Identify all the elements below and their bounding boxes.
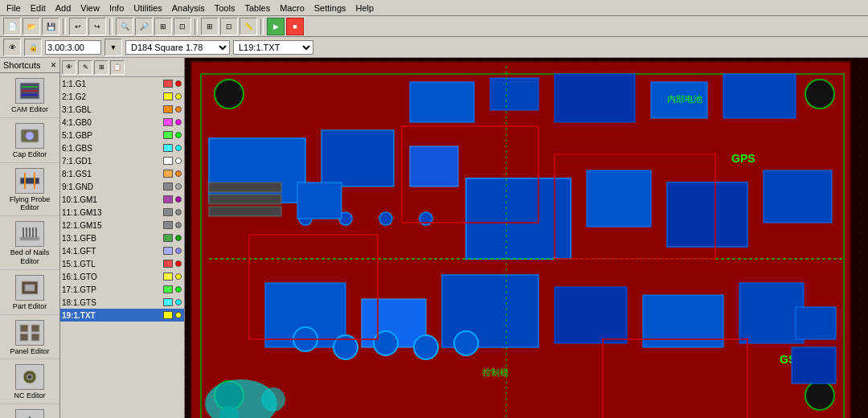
menu-add[interactable]: Add <box>51 2 76 14</box>
layer-row-16[interactable]: 16:1.GTO <box>60 270 184 283</box>
flying-probe-label: Flying Probe Editor <box>2 195 58 213</box>
menu-file[interactable]: File <box>2 2 26 14</box>
svg-rect-40 <box>667 182 747 247</box>
menu-utilities[interactable]: Utilities <box>129 2 166 14</box>
open-button[interactable]: 📂 <box>23 18 40 35</box>
layers-panel: 👁 ✎ ⊞ 📋 1:1.G12:1.G23:1.GBL4:1.GB05:1.GB… <box>60 58 185 418</box>
svg-rect-79 <box>209 207 281 216</box>
coord-dropdown[interactable]: ▼ <box>104 39 122 56</box>
layer-color-swatch <box>163 208 173 216</box>
menu-analysis[interactable]: Analysis <box>167 2 210 14</box>
layer-row-19[interactable]: 19:1.TXT <box>60 309 184 322</box>
coord-input[interactable] <box>45 40 101 55</box>
svg-rect-78 <box>209 195 281 204</box>
layer-dot <box>175 145 182 151</box>
layer-color-swatch <box>163 118 173 126</box>
symbol-editor-icon <box>15 409 44 418</box>
layer-name: 3:1.GBL <box>62 105 162 114</box>
svg-rect-20 <box>31 334 39 341</box>
flying-probe-icon <box>15 168 44 194</box>
shortcut-symbol-editor[interactable]: Symbol Editor <box>0 404 59 418</box>
layer-row-15[interactable]: 15:1.GTL <box>60 257 184 270</box>
layer-row-18[interactable]: 18:1.GTS <box>60 296 184 309</box>
zoom-out-button[interactable]: 🔎 <box>135 18 153 35</box>
layer-name: 9:1.GND <box>62 182 162 191</box>
snap-button[interactable]: ⊡ <box>220 18 238 35</box>
layer-row-14[interactable]: 14:1.GFT <box>60 244 184 257</box>
pcb-view[interactable]: GPS GSM 内部电池 控制模 <box>185 58 868 418</box>
menu-tables[interactable]: Tables <box>240 2 275 14</box>
layer-vis-button[interactable]: 👁 <box>3 39 21 56</box>
svg-point-55 <box>414 335 438 359</box>
layer-row-1[interactable]: 1:1.G1 <box>60 77 184 90</box>
shortcut-panel-editor[interactable]: Panel Editor <box>0 315 59 360</box>
layer-row-17[interactable]: 17:1.GTP <box>60 283 184 296</box>
layer-row-12[interactable]: 12:1.GM15 <box>60 219 184 232</box>
layers-btn-2[interactable]: ✎ <box>78 60 92 75</box>
layer-row-10[interactable]: 10:1.GM1 <box>60 193 184 206</box>
layer-row-8[interactable]: 8:1.GS1 <box>60 167 184 180</box>
cam-editor-icon <box>15 78 44 104</box>
layer-row-5[interactable]: 5:1.GBP <box>60 129 184 141</box>
layer-dot <box>175 248 182 254</box>
layer-color-swatch <box>163 285 173 293</box>
menu-macro[interactable]: Macro <box>275 2 309 14</box>
menu-view[interactable]: View <box>76 2 104 14</box>
zoom-area-button[interactable]: ⊡ <box>174 18 191 35</box>
svg-text:GPS: GPS <box>731 152 755 165</box>
cap-editor-label: Cap Editor <box>13 150 47 159</box>
shortcuts-close[interactable]: × <box>51 59 56 71</box>
svg-point-72 <box>261 387 285 412</box>
layer-name: 13:1.GFB <box>62 234 162 243</box>
layer-dot <box>175 132 182 138</box>
layer-row-6[interactable]: 6:1.GBS <box>60 141 184 154</box>
layers-btn-4[interactable]: 📋 <box>110 60 125 75</box>
layer-lock-button[interactable]: 🔒 <box>24 39 42 56</box>
menu-edit[interactable]: Edit <box>26 2 51 14</box>
toolbar-sep-3 <box>194 18 198 35</box>
redo-button[interactable]: ↪ <box>88 18 106 35</box>
layer-row-3[interactable]: 3:1.GBL <box>60 103 184 116</box>
shortcut-cam-editor[interactable]: CAM Editor <box>0 73 59 118</box>
layer-row-2[interactable]: 2:1.G2 <box>60 90 184 103</box>
shortcut-bed-of-nails[interactable]: Bed of Nails Editor <box>0 216 59 270</box>
layer-name: 6:1.GBS <box>62 144 162 153</box>
svg-rect-19 <box>20 334 28 341</box>
layers-list[interactable]: 1:1.G12:1.G23:1.GBL4:1.GB05:1.GBP6:1.GBS… <box>60 77 184 418</box>
layer-row-4[interactable]: 4:1.GB0 <box>60 116 184 129</box>
svg-rect-31 <box>490 78 538 110</box>
shortcut-flying-probe[interactable]: Flying Probe Editor <box>0 163 59 217</box>
zoom-fit-button[interactable]: ⊞ <box>154 18 172 35</box>
layer-row-13[interactable]: 13:1.GFB <box>60 232 184 244</box>
layer-row-7[interactable]: 7:1.GD1 <box>60 154 184 167</box>
grid-button[interactable]: ⊞ <box>201 18 219 35</box>
layer-name: 16:1.GTO <box>62 273 162 281</box>
svg-rect-9 <box>20 237 39 240</box>
layers-btn-1[interactable]: 👁 <box>62 60 76 75</box>
bed-of-nails-icon <box>15 221 44 247</box>
shortcut-cap-editor[interactable]: Cap Editor <box>0 118 59 163</box>
menu-info[interactable]: Info <box>104 2 129 14</box>
menu-help[interactable]: Help <box>351 2 379 14</box>
tool-select[interactable]: D184 Square 1.78 <box>125 40 230 55</box>
undo-button[interactable]: ↩ <box>69 18 87 35</box>
layer-name: 12:1.GM15 <box>62 221 162 230</box>
stop-button[interactable]: ■ <box>286 18 304 35</box>
measure-button[interactable]: 📏 <box>240 18 257 35</box>
shortcut-part-editor[interactable]: Part Editor <box>0 270 59 315</box>
layer-color-swatch <box>163 260 173 268</box>
save-button[interactable]: 💾 <box>42 18 59 35</box>
run-button[interactable]: ▶ <box>267 18 285 35</box>
zoom-in-button[interactable]: 🔍 <box>116 18 133 35</box>
pcb-svg: GPS GSM 内部电池 控制模 <box>185 58 868 418</box>
layer-row-9[interactable]: 9:1.GND <box>60 180 184 193</box>
layers-btn-3[interactable]: ⊞ <box>94 60 108 75</box>
layers-header: 👁 ✎ ⊞ 📋 <box>60 58 184 77</box>
shortcuts-label: Shortcuts <box>3 60 40 70</box>
menu-tools[interactable]: Tools <box>210 2 240 14</box>
shortcut-nc-editor[interactable]: NC Editor <box>0 359 59 404</box>
menu-settings[interactable]: Settings <box>309 2 351 14</box>
layer-row-11[interactable]: 11:1.GM13 <box>60 206 184 219</box>
layer-select[interactable]: L19:1.TXT <box>233 40 313 55</box>
new-button[interactable]: 📄 <box>3 18 21 35</box>
